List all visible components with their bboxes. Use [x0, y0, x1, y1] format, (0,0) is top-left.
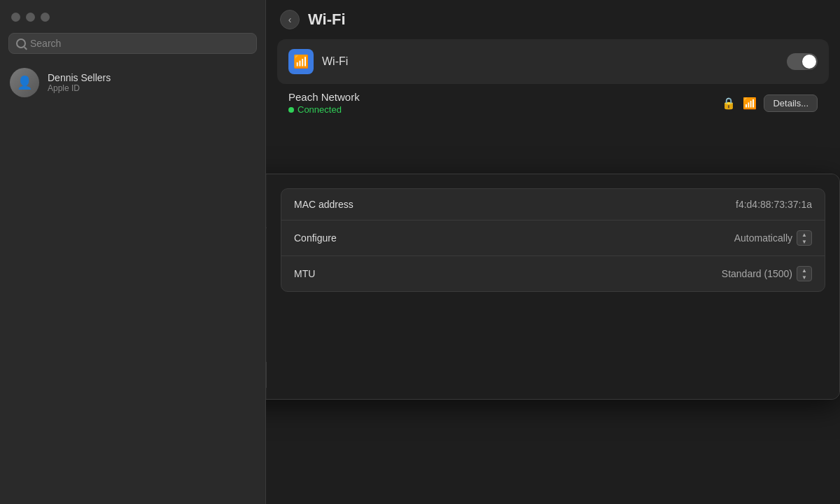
wifi-icon-container: 📶 [288, 49, 314, 74]
configure-control: Automatically ▲ ▼ [734, 230, 812, 246]
mtu-label: MTU [294, 268, 315, 279]
stepper-up-icon: ▲ [802, 232, 807, 238]
wifi-header-left: 📶 Wi-Fi [288, 49, 348, 74]
maximize-button[interactable] [41, 13, 50, 22]
network-row: Peach Network Connected 🔒 📶 Details... [277, 84, 829, 125]
configure-row: Configure Automatically ▲ ▼ [281, 220, 825, 256]
mtu-value: Standard (1500) [722, 268, 792, 279]
search-box[interactable]: Search [8, 33, 257, 54]
network-row-right: 🔒 📶 Details... [722, 94, 818, 112]
traffic-lights [0, 0, 265, 30]
sidebar: Search 👤 Dennis Sellers Apple ID [0, 0, 266, 504]
close-button[interactable] [11, 13, 20, 22]
page-title: Wi-Fi [308, 10, 346, 29]
popup-main: MAC address f4:d4:88:73:37:1a Configure … [267, 174, 839, 399]
lock-icon: 🔒 [722, 97, 736, 110]
mac-address-row: MAC address f4:d4:88:73:37:1a [281, 189, 825, 220]
signal-icon: 📶 [743, 97, 757, 110]
mtu-stepper-down-icon: ▼ [802, 274, 807, 281]
avatar-image: 👤 [10, 68, 39, 97]
mac-address-label: MAC address [294, 199, 354, 210]
wifi-label: Wi-Fi [322, 55, 348, 68]
wifi-panel: 📶 Wi-Fi [277, 39, 829, 84]
status-dot [288, 107, 294, 113]
status-text: Connected [298, 104, 342, 115]
configure-stepper[interactable]: ▲ ▼ [797, 230, 812, 246]
configure-label: Configure [294, 232, 337, 244]
user-label: Apple ID [48, 83, 111, 93]
search-container: Search [0, 30, 265, 62]
stepper-down-icon: ▼ [802, 239, 807, 245]
title-bar: ‹ Wi-Fi [266, 0, 840, 39]
avatar: 👤 [10, 68, 39, 97]
back-icon: ‹ [288, 14, 292, 25]
user-name: Dennis Sellers [48, 72, 111, 83]
mtu-row: MTU Standard (1500) ▲ ▼ [281, 256, 825, 291]
wifi-icon: 📶 [293, 54, 309, 69]
search-placeholder: Search [30, 38, 61, 49]
mtu-control: Standard (1500) ▲ ▼ [722, 266, 812, 281]
mtu-stepper-up-icon: ▲ [802, 267, 807, 274]
wifi-toggle[interactable] [787, 53, 818, 70]
back-button[interactable]: ‹ [280, 10, 300, 29]
minimize-button[interactable] [26, 13, 35, 22]
network-status-row: Connected [288, 104, 360, 115]
network-name: Peach Network [288, 91, 360, 103]
mac-address-value: f4:d4:88:73:37:1a [736, 199, 812, 210]
toggle-knob [802, 55, 816, 69]
mtu-stepper[interactable]: ▲ ▼ [797, 266, 812, 281]
configure-value: Automatically [734, 232, 792, 244]
user-profile[interactable]: 👤 Dennis Sellers Apple ID [0, 62, 265, 104]
network-info: Peach Network Connected [288, 91, 360, 115]
search-icon [16, 38, 26, 48]
user-info: Dennis Sellers Apple ID [48, 72, 111, 93]
details-button[interactable]: Details... [764, 94, 818, 112]
details-card: MAC address f4:d4:88:73:37:1a Configure … [281, 188, 825, 292]
